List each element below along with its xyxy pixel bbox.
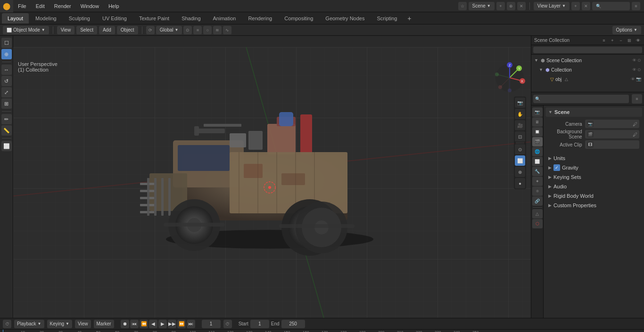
camera-lock-btn[interactable]: 🎥 — [515, 120, 525, 130]
marker-btn[interactable]: Marker — [94, 320, 114, 328]
rotate-tool-btn[interactable]: ↺ — [1, 76, 12, 86]
frame-time-toggle[interactable]: ⏱ — [223, 320, 232, 328]
prop-tab-world[interactable]: 🌐 — [532, 147, 543, 156]
outliner-scene-collection[interactable]: ▼ ⬢ Scene Collection 👁 ⊙ — [531, 56, 644, 65]
obj-visibility-icon[interactable]: 👁 — [631, 77, 635, 81]
custom-properties-section[interactable]: ▶ Custom Properties — [545, 201, 642, 210]
tab-texture-paint[interactable]: Texture Paint — [133, 13, 175, 24]
outliner-collection[interactable]: ▼ ⬢ Collection 👁 ⊙ — [531, 65, 644, 74]
tab-geometry-nodes[interactable]: Geometry Nodes — [320, 13, 370, 24]
menu-render[interactable]: Render — [50, 0, 76, 12]
jump-end-btn[interactable]: ⏭ — [187, 320, 195, 328]
transform-tool-btn[interactable]: ⊞ — [1, 98, 12, 109]
menu-edit[interactable]: Edit — [31, 0, 50, 12]
tab-modeling[interactable]: Modeling — [30, 13, 62, 24]
active-workspace-icon[interactable]: ☆ — [458, 2, 467, 10]
gravity-checkbox[interactable]: ✓ — [553, 164, 560, 171]
active-clip-value[interactable]: 🎞 — [585, 140, 639, 149]
view-btn[interactable]: View — [75, 320, 91, 328]
end-frame-input[interactable]: 250 — [281, 320, 305, 328]
tab-sculpting[interactable]: Sculpting — [63, 13, 96, 24]
scene-copy-icon[interactable]: ⊕ — [507, 2, 515, 10]
timeline-type-btn[interactable]: ⏱ — [3, 320, 11, 328]
record-btn[interactable]: ⏺ — [121, 320, 129, 328]
prop-tab-viewlayer[interactable]: 🔲 — [532, 127, 543, 137]
tab-uv-editing[interactable]: UV Editing — [97, 13, 132, 24]
axis-gizmo[interactable]: Y X Z — [493, 61, 526, 94]
3d-viewport[interactable]: User Perspective (1) Collection Y X — [13, 36, 531, 318]
transform-space-btn[interactable]: Global ▼ — [156, 26, 182, 34]
scene-delete-icon[interactable]: ✕ — [517, 2, 526, 10]
object-menu-btn[interactable]: Object — [117, 26, 138, 34]
options-btn[interactable]: Options ▼ — [612, 26, 641, 34]
view-layer-delete-icon[interactable]: ✕ — [582, 2, 590, 10]
audio-section[interactable]: ▶ Audio — [545, 182, 642, 191]
playback-btn[interactable]: Playback ▼ — [14, 320, 44, 328]
camera-value[interactable]: 📷 🖊 — [585, 120, 639, 128]
prop-tab-object-data[interactable]: △ — [532, 209, 543, 219]
prop-tab-scene[interactable]: 🎬 — [532, 137, 543, 146]
background-scene-value[interactable]: 🎬 🖊 — [585, 130, 639, 138]
jump-start-btn[interactable]: ⏮ — [130, 320, 139, 328]
prev-keyframe-btn[interactable]: ◀ — [149, 320, 157, 328]
select-tool-btn[interactable]: ☐ — [1, 38, 12, 48]
properties-search[interactable]: 🔍 — [533, 95, 629, 103]
sc-visibility-icon[interactable]: 👁 — [632, 58, 636, 63]
obj-render-icon[interactable]: 📷 — [636, 77, 641, 81]
view-layer-selector[interactable]: View Layer ▼ — [534, 2, 570, 10]
outliner-add-icon[interactable]: + — [609, 37, 616, 44]
col-visibility-icon[interactable]: 👁 — [632, 67, 636, 72]
add-workspace-btn[interactable]: + — [404, 13, 415, 24]
prop-tab-particles[interactable]: ✦ — [532, 177, 543, 186]
scale-tool-btn[interactable]: ⤢ — [1, 87, 12, 97]
prop-tab-render[interactable]: 📷 — [532, 107, 543, 117]
play-btn[interactable]: ▶ — [158, 320, 167, 328]
next-keyframe-btn[interactable]: ▶▶ — [168, 320, 176, 328]
step-back-btn[interactable]: ⏪ — [140, 320, 148, 328]
measure-tool-btn[interactable]: 📏 — [1, 125, 12, 136]
outliner-minus-icon[interactable]: − — [618, 37, 624, 44]
object-mode-btn[interactable]: ⬜ Object Mode ▼ — [3, 26, 49, 34]
menu-window[interactable]: Window — [76, 0, 104, 12]
units-section[interactable]: ▶ Units — [545, 154, 642, 163]
tab-animation[interactable]: Animation — [207, 13, 242, 24]
outliner-search-input[interactable] — [533, 47, 642, 53]
add-cube-btn[interactable]: ⬜ — [1, 141, 12, 151]
select-menu-btn[interactable]: Select — [76, 26, 97, 34]
tab-shading[interactable]: Shading — [176, 13, 206, 24]
current-frame-input[interactable]: 1 — [202, 320, 221, 328]
snap-type-icon[interactable]: ≡ — [193, 26, 202, 34]
start-frame-input[interactable]: 1 — [250, 320, 269, 328]
menu-file[interactable]: File — [13, 0, 31, 12]
global-search[interactable]: 🔍 — [592, 2, 630, 10]
wireframe-btn[interactable]: ⊙ — [515, 144, 525, 154]
col-exclude-icon[interactable]: ⊙ — [637, 67, 641, 72]
step-fwd-btn[interactable]: ⏩ — [177, 320, 186, 328]
render-preview-btn[interactable]: ⊡ — [515, 131, 525, 142]
cursor-tool-btn[interactable]: ⊕ — [1, 49, 12, 59]
options-extra-icon[interactable]: ∿ — [223, 26, 231, 34]
add-menu-btn[interactable]: Add — [99, 26, 115, 34]
background-scene-eyedropper[interactable]: 🖊 — [633, 132, 637, 137]
prop-tab-constraints[interactable]: 🔗 — [532, 196, 543, 206]
transform-icon[interactable]: ⟳ — [146, 26, 155, 34]
rigid-body-world-section[interactable]: ▶ Rigid Body World — [545, 191, 642, 201]
tab-scripting[interactable]: Scripting — [371, 13, 403, 24]
view-menu-btn[interactable]: View — [57, 26, 75, 34]
scene-add-icon[interactable]: + — [496, 2, 505, 10]
material-btn[interactable]: ⊕ — [515, 167, 525, 177]
outliner-expand-icon[interactable]: ⊞ — [626, 37, 633, 44]
prop-tab-output[interactable]: 🖥 — [532, 117, 543, 127]
tab-rendering[interactable]: Rendering — [242, 13, 278, 24]
hand-tool-btn[interactable]: ✋ — [515, 109, 525, 119]
proportional-edit-icon[interactable]: ○ — [203, 26, 212, 34]
snap-magnet-icon[interactable]: ⊙ — [183, 26, 192, 34]
prop-tab-object[interactable]: ⬜ — [532, 157, 543, 166]
scene-selector[interactable]: Scene ▼ — [469, 2, 495, 10]
tab-compositing[interactable]: Compositing — [279, 13, 319, 24]
outliner-filter-icon[interactable]: ≡ — [601, 37, 607, 44]
prop-filter-btn[interactable]: ≡ — [632, 94, 642, 104]
filter-icon-btn[interactable]: ≡ — [632, 2, 640, 10]
keying-btn[interactable]: Keying ▼ — [47, 320, 73, 328]
outliner-obj[interactable]: ▶ ▽ obj △ 👁 📷 — [531, 74, 644, 84]
